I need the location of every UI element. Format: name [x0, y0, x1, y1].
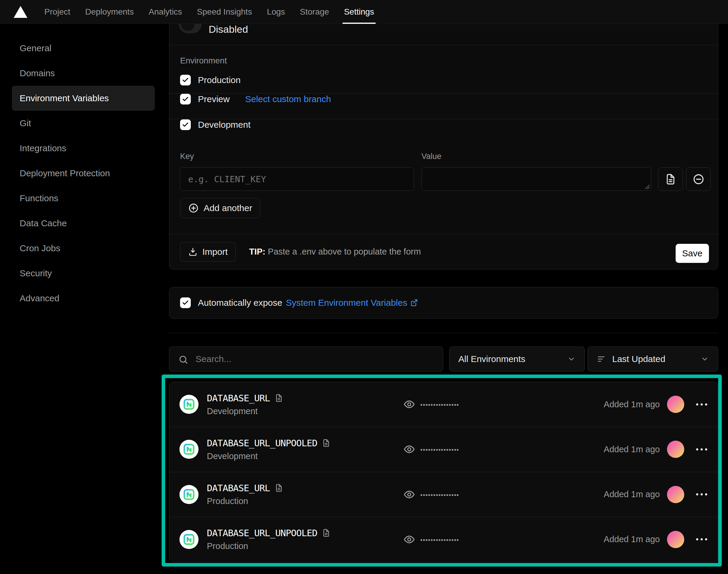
masked-value: ••••••••••••••• — [420, 535, 459, 544]
env-var-value: ••••••••••••••• — [403, 489, 459, 500]
tab-project[interactable]: Project — [37, 0, 78, 24]
reveal-value-eye-icon[interactable] — [403, 399, 415, 410]
env-var-meta: Added 1m ago — [604, 486, 708, 503]
environment-option-development: Development — [180, 118, 707, 131]
download-icon — [188, 247, 198, 257]
note-icon[interactable] — [322, 439, 330, 447]
env-var-list: DATABASE_URL Development •••••••••••••••… — [169, 382, 718, 562]
env-var-row[interactable]: DATABASE_URL_UNPOOLED Production •••••••… — [169, 517, 718, 562]
auto-expose-label: Automatically expose — [198, 298, 282, 308]
creator-avatar — [667, 486, 684, 503]
env-var-environment: Production — [207, 496, 283, 506]
system-env-vars-link-label: System Environment Variables — [286, 298, 407, 308]
environment-filter-select[interactable]: All Environments — [449, 346, 585, 372]
divider — [169, 333, 718, 333]
row-actions-menu-button[interactable] — [695, 490, 708, 498]
save-button[interactable]: Save — [676, 244, 709, 263]
auto-expose-checkbox[interactable] — [180, 297, 191, 308]
search-box — [169, 346, 443, 372]
note-icon[interactable] — [322, 529, 330, 537]
env-var-environment: Production — [207, 541, 330, 551]
tab-analytics[interactable]: Analytics — [141, 0, 189, 24]
add-another-button[interactable]: Add another — [180, 198, 260, 218]
import-button[interactable]: Import — [180, 242, 236, 262]
sidebar-item-advanced[interactable]: Advanced — [12, 286, 155, 311]
sort-descending-icon — [597, 355, 606, 364]
env-var-meta: Added 1m ago — [604, 396, 708, 413]
search-input[interactable] — [169, 347, 443, 371]
env-var-key: DATABASE_URL_UNPOOLED — [207, 438, 317, 448]
select-custom-branch-link[interactable]: Select custom branch — [245, 94, 331, 104]
production-label: Production — [198, 75, 241, 85]
masked-value: ••••••••••••••• — [420, 400, 459, 409]
value-label: Value — [421, 152, 441, 161]
sidebar-item-data-cache[interactable]: Data Cache — [12, 211, 155, 236]
env-var-row[interactable]: DATABASE_URL_UNPOOLED Development ••••••… — [169, 426, 718, 472]
sidebar-item-integrations[interactable]: Integrations — [12, 136, 155, 161]
sidebar-item-cron-jobs[interactable]: Cron Jobs — [12, 236, 155, 261]
creator-avatar — [667, 441, 684, 458]
tab-deployments[interactable]: Deployments — [78, 0, 141, 24]
creator-avatar — [667, 531, 684, 548]
row-actions-menu-button[interactable] — [695, 401, 708, 408]
sidebar-item-functions[interactable]: Functions — [12, 186, 155, 211]
chevron-down-icon — [567, 355, 575, 363]
chevron-down-icon — [700, 355, 709, 363]
env-var-environment: Development — [207, 451, 330, 461]
divider — [169, 45, 718, 45]
tab-storage[interactable]: Storage — [293, 0, 337, 24]
env-var-info: DATABASE_URL Development — [207, 393, 283, 416]
sidebar-item-deployment-protection[interactable]: Deployment Protection — [12, 161, 155, 186]
neon-logo-icon — [183, 488, 195, 501]
top-nav: Project Deployments Analytics Speed Insi… — [0, 0, 728, 24]
system-env-vars-link[interactable]: System Environment Variables — [286, 298, 419, 308]
tab-speed-insights[interactable]: Speed Insights — [189, 0, 260, 24]
reveal-value-eye-icon[interactable] — [403, 444, 415, 455]
development-checkbox[interactable] — [180, 119, 191, 130]
neon-logo-icon — [183, 398, 195, 411]
environment-option-preview: Preview Select custom branch — [180, 93, 707, 106]
row-actions-menu-button[interactable] — [695, 445, 708, 453]
environment-filter-value: All Environments — [458, 354, 525, 364]
preview-checkbox[interactable] — [180, 94, 191, 105]
note-icon[interactable] — [275, 394, 283, 402]
env-var-row[interactable]: DATABASE_URL Development •••••••••••••••… — [169, 382, 718, 426]
masked-value: ••••••••••••••• — [420, 445, 459, 454]
added-timestamp: Added 1m ago — [604, 445, 660, 454]
plus-circle-icon — [188, 203, 199, 213]
sidebar-item-git[interactable]: Git — [12, 111, 155, 136]
neon-integration-avatar — [179, 395, 199, 414]
sidebar-item-environment-variables[interactable]: Environment Variables — [12, 86, 155, 111]
env-var-key: DATABASE_URL — [207, 393, 270, 403]
toggle-label: Disabled — [209, 24, 248, 35]
search-icon — [178, 355, 188, 365]
key-input[interactable] — [180, 168, 414, 191]
note-icon[interactable] — [275, 484, 283, 492]
env-var-environment: Development — [207, 406, 283, 416]
env-var-row[interactable]: DATABASE_URL Production ••••••••••••••• … — [169, 472, 718, 517]
environment-option-production: Production — [180, 74, 707, 87]
row-actions-menu-button[interactable] — [695, 535, 708, 543]
sidebar-item-security[interactable]: Security — [12, 261, 155, 286]
remove-row-button[interactable] — [686, 167, 711, 191]
external-link-icon — [410, 298, 419, 307]
production-checkbox[interactable] — [180, 75, 191, 85]
paste-env-button[interactable] — [658, 167, 683, 191]
reveal-value-eye-icon[interactable] — [403, 534, 415, 545]
vercel-logo-icon[interactable] — [14, 6, 28, 18]
tab-logs[interactable]: Logs — [260, 0, 293, 24]
sort-select[interactable]: Last Updated — [588, 346, 718, 372]
import-label: Import — [202, 247, 228, 257]
tab-settings[interactable]: Settings — [337, 0, 382, 24]
neon-integration-avatar — [179, 485, 199, 504]
reveal-value-eye-icon[interactable] — [403, 489, 415, 500]
paste-env-file-icon — [665, 173, 676, 185]
value-input[interactable] — [422, 168, 651, 191]
sidebar-item-domains[interactable]: Domains — [12, 61, 155, 86]
sidebar-item-general[interactable]: General — [12, 36, 155, 61]
key-field-wrap — [180, 167, 414, 191]
env-var-meta: Added 1m ago — [604, 441, 708, 458]
neon-logo-icon — [183, 533, 195, 546]
env-var-info: DATABASE_URL_UNPOOLED Development — [207, 438, 330, 461]
neon-logo-icon — [183, 443, 195, 455]
